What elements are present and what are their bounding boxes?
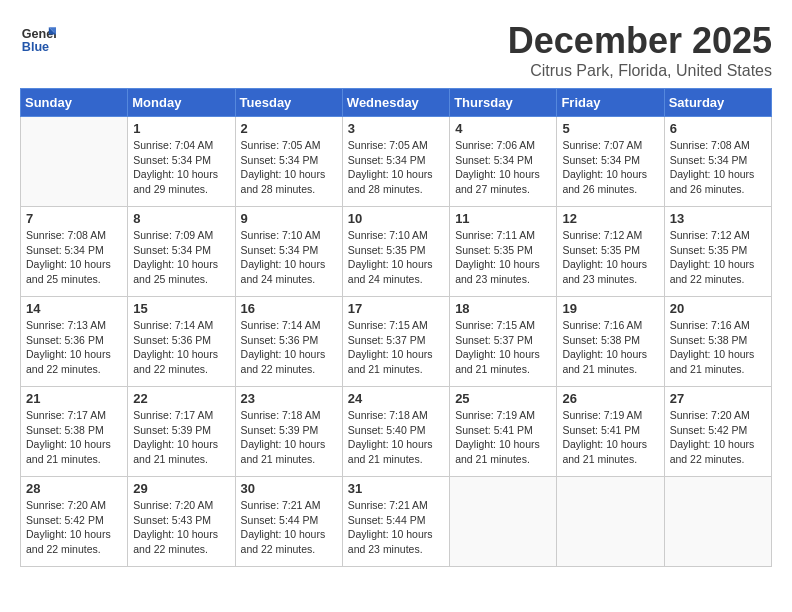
calendar-cell: 1Sunrise: 7:04 AMSunset: 5:34 PMDaylight… bbox=[128, 117, 235, 207]
calendar-header-sunday: Sunday bbox=[21, 89, 128, 117]
day-number: 9 bbox=[241, 211, 337, 226]
day-info: Sunrise: 7:05 AMSunset: 5:34 PMDaylight:… bbox=[241, 138, 337, 197]
day-info: Sunrise: 7:07 AMSunset: 5:34 PMDaylight:… bbox=[562, 138, 658, 197]
day-info: Sunrise: 7:11 AMSunset: 5:35 PMDaylight:… bbox=[455, 228, 551, 287]
day-number: 23 bbox=[241, 391, 337, 406]
calendar-cell: 8Sunrise: 7:09 AMSunset: 5:34 PMDaylight… bbox=[128, 207, 235, 297]
day-info: Sunrise: 7:20 AMSunset: 5:42 PMDaylight:… bbox=[26, 498, 122, 557]
calendar-cell: 18Sunrise: 7:15 AMSunset: 5:37 PMDayligh… bbox=[450, 297, 557, 387]
calendar-cell: 22Sunrise: 7:17 AMSunset: 5:39 PMDayligh… bbox=[128, 387, 235, 477]
calendar-cell bbox=[664, 477, 771, 567]
calendar-cell: 14Sunrise: 7:13 AMSunset: 5:36 PMDayligh… bbox=[21, 297, 128, 387]
day-number: 8 bbox=[133, 211, 229, 226]
calendar-cell bbox=[21, 117, 128, 207]
calendar-header-wednesday: Wednesday bbox=[342, 89, 449, 117]
calendar-cell: 26Sunrise: 7:19 AMSunset: 5:41 PMDayligh… bbox=[557, 387, 664, 477]
calendar-cell: 27Sunrise: 7:20 AMSunset: 5:42 PMDayligh… bbox=[664, 387, 771, 477]
day-number: 29 bbox=[133, 481, 229, 496]
day-info: Sunrise: 7:20 AMSunset: 5:43 PMDaylight:… bbox=[133, 498, 229, 557]
day-number: 7 bbox=[26, 211, 122, 226]
day-info: Sunrise: 7:14 AMSunset: 5:36 PMDaylight:… bbox=[133, 318, 229, 377]
calendar-cell: 31Sunrise: 7:21 AMSunset: 5:44 PMDayligh… bbox=[342, 477, 449, 567]
calendar-header-friday: Friday bbox=[557, 89, 664, 117]
day-number: 28 bbox=[26, 481, 122, 496]
day-info: Sunrise: 7:12 AMSunset: 5:35 PMDaylight:… bbox=[670, 228, 766, 287]
logo-icon: General Blue bbox=[20, 20, 56, 56]
day-number: 15 bbox=[133, 301, 229, 316]
day-number: 12 bbox=[562, 211, 658, 226]
calendar-cell: 23Sunrise: 7:18 AMSunset: 5:39 PMDayligh… bbox=[235, 387, 342, 477]
day-number: 13 bbox=[670, 211, 766, 226]
logo: General Blue bbox=[20, 20, 56, 56]
calendar-cell: 24Sunrise: 7:18 AMSunset: 5:40 PMDayligh… bbox=[342, 387, 449, 477]
calendar-header-row: SundayMondayTuesdayWednesdayThursdayFrid… bbox=[21, 89, 772, 117]
calendar-cell: 9Sunrise: 7:10 AMSunset: 5:34 PMDaylight… bbox=[235, 207, 342, 297]
day-number: 5 bbox=[562, 121, 658, 136]
day-info: Sunrise: 7:16 AMSunset: 5:38 PMDaylight:… bbox=[562, 318, 658, 377]
calendar-week-3: 14Sunrise: 7:13 AMSunset: 5:36 PMDayligh… bbox=[21, 297, 772, 387]
page-title: December 2025 bbox=[20, 20, 772, 62]
page-subtitle: Citrus Park, Florida, United States bbox=[20, 62, 772, 80]
day-number: 18 bbox=[455, 301, 551, 316]
calendar-week-1: 1Sunrise: 7:04 AMSunset: 5:34 PMDaylight… bbox=[21, 117, 772, 207]
day-info: Sunrise: 7:09 AMSunset: 5:34 PMDaylight:… bbox=[133, 228, 229, 287]
calendar-cell: 29Sunrise: 7:20 AMSunset: 5:43 PMDayligh… bbox=[128, 477, 235, 567]
day-info: Sunrise: 7:17 AMSunset: 5:38 PMDaylight:… bbox=[26, 408, 122, 467]
day-number: 22 bbox=[133, 391, 229, 406]
calendar-cell: 7Sunrise: 7:08 AMSunset: 5:34 PMDaylight… bbox=[21, 207, 128, 297]
calendar-header-monday: Monday bbox=[128, 89, 235, 117]
calendar-cell: 28Sunrise: 7:20 AMSunset: 5:42 PMDayligh… bbox=[21, 477, 128, 567]
calendar-table: SundayMondayTuesdayWednesdayThursdayFrid… bbox=[20, 88, 772, 567]
calendar-cell: 11Sunrise: 7:11 AMSunset: 5:35 PMDayligh… bbox=[450, 207, 557, 297]
day-info: Sunrise: 7:10 AMSunset: 5:34 PMDaylight:… bbox=[241, 228, 337, 287]
day-info: Sunrise: 7:15 AMSunset: 5:37 PMDaylight:… bbox=[348, 318, 444, 377]
day-info: Sunrise: 7:15 AMSunset: 5:37 PMDaylight:… bbox=[455, 318, 551, 377]
day-info: Sunrise: 7:19 AMSunset: 5:41 PMDaylight:… bbox=[562, 408, 658, 467]
calendar-cell: 16Sunrise: 7:14 AMSunset: 5:36 PMDayligh… bbox=[235, 297, 342, 387]
day-number: 19 bbox=[562, 301, 658, 316]
svg-text:Blue: Blue bbox=[22, 40, 49, 54]
day-number: 20 bbox=[670, 301, 766, 316]
calendar-cell: 21Sunrise: 7:17 AMSunset: 5:38 PMDayligh… bbox=[21, 387, 128, 477]
day-info: Sunrise: 7:10 AMSunset: 5:35 PMDaylight:… bbox=[348, 228, 444, 287]
day-number: 11 bbox=[455, 211, 551, 226]
day-info: Sunrise: 7:04 AMSunset: 5:34 PMDaylight:… bbox=[133, 138, 229, 197]
day-number: 30 bbox=[241, 481, 337, 496]
day-info: Sunrise: 7:06 AMSunset: 5:34 PMDaylight:… bbox=[455, 138, 551, 197]
day-number: 2 bbox=[241, 121, 337, 136]
day-number: 24 bbox=[348, 391, 444, 406]
day-number: 16 bbox=[241, 301, 337, 316]
day-info: Sunrise: 7:14 AMSunset: 5:36 PMDaylight:… bbox=[241, 318, 337, 377]
calendar-cell: 6Sunrise: 7:08 AMSunset: 5:34 PMDaylight… bbox=[664, 117, 771, 207]
day-number: 26 bbox=[562, 391, 658, 406]
calendar-cell: 25Sunrise: 7:19 AMSunset: 5:41 PMDayligh… bbox=[450, 387, 557, 477]
calendar-week-2: 7Sunrise: 7:08 AMSunset: 5:34 PMDaylight… bbox=[21, 207, 772, 297]
calendar-week-5: 28Sunrise: 7:20 AMSunset: 5:42 PMDayligh… bbox=[21, 477, 772, 567]
day-number: 4 bbox=[455, 121, 551, 136]
day-info: Sunrise: 7:21 AMSunset: 5:44 PMDaylight:… bbox=[241, 498, 337, 557]
day-info: Sunrise: 7:21 AMSunset: 5:44 PMDaylight:… bbox=[348, 498, 444, 557]
calendar-cell: 3Sunrise: 7:05 AMSunset: 5:34 PMDaylight… bbox=[342, 117, 449, 207]
calendar-cell: 20Sunrise: 7:16 AMSunset: 5:38 PMDayligh… bbox=[664, 297, 771, 387]
day-info: Sunrise: 7:08 AMSunset: 5:34 PMDaylight:… bbox=[26, 228, 122, 287]
day-info: Sunrise: 7:18 AMSunset: 5:39 PMDaylight:… bbox=[241, 408, 337, 467]
calendar-cell: 30Sunrise: 7:21 AMSunset: 5:44 PMDayligh… bbox=[235, 477, 342, 567]
calendar-cell bbox=[557, 477, 664, 567]
day-info: Sunrise: 7:08 AMSunset: 5:34 PMDaylight:… bbox=[670, 138, 766, 197]
day-number: 14 bbox=[26, 301, 122, 316]
day-number: 6 bbox=[670, 121, 766, 136]
calendar-cell: 2Sunrise: 7:05 AMSunset: 5:34 PMDaylight… bbox=[235, 117, 342, 207]
day-info: Sunrise: 7:19 AMSunset: 5:41 PMDaylight:… bbox=[455, 408, 551, 467]
calendar-cell: 17Sunrise: 7:15 AMSunset: 5:37 PMDayligh… bbox=[342, 297, 449, 387]
calendar-header-tuesday: Tuesday bbox=[235, 89, 342, 117]
page-header: December 2025 Citrus Park, Florida, Unit… bbox=[20, 20, 772, 80]
calendar-header-saturday: Saturday bbox=[664, 89, 771, 117]
calendar-cell bbox=[450, 477, 557, 567]
calendar-cell: 10Sunrise: 7:10 AMSunset: 5:35 PMDayligh… bbox=[342, 207, 449, 297]
day-number: 31 bbox=[348, 481, 444, 496]
calendar-cell: 13Sunrise: 7:12 AMSunset: 5:35 PMDayligh… bbox=[664, 207, 771, 297]
day-number: 27 bbox=[670, 391, 766, 406]
day-info: Sunrise: 7:17 AMSunset: 5:39 PMDaylight:… bbox=[133, 408, 229, 467]
calendar-body: 1Sunrise: 7:04 AMSunset: 5:34 PMDaylight… bbox=[21, 117, 772, 567]
day-info: Sunrise: 7:18 AMSunset: 5:40 PMDaylight:… bbox=[348, 408, 444, 467]
